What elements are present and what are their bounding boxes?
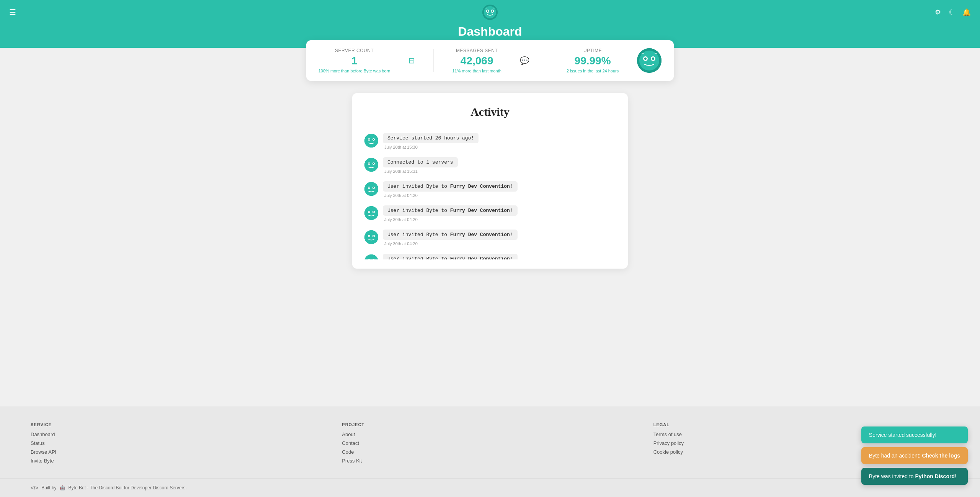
stat-uptime: Uptime 99.99% 2 issues in the last 24 ho… bbox=[567, 48, 619, 73]
activity-time: July 30th at 04:20 bbox=[383, 241, 518, 246]
activity-avatar bbox=[364, 158, 378, 172]
main-content: Server Count 1 100% more than before Byt… bbox=[0, 48, 980, 407]
settings-icon[interactable]: ⚙ bbox=[935, 8, 941, 16]
notification-icon[interactable]: 🔔 bbox=[962, 8, 971, 16]
footer-project-title: PROJECT bbox=[342, 422, 638, 427]
footer-link-browse-api[interactable]: Browse API bbox=[31, 449, 327, 455]
messages-icon: 💬 bbox=[520, 56, 529, 65]
toast-invited: Byte was invited to Python Discord! bbox=[861, 468, 968, 485]
stats-card: Server Count 1 100% more than before Byt… bbox=[306, 40, 674, 81]
activity-avatar bbox=[364, 254, 378, 259]
activity-item: User invited Byte to Furry Dev Conventio… bbox=[364, 177, 616, 202]
svg-point-30 bbox=[373, 187, 374, 189]
svg-point-31 bbox=[364, 206, 378, 220]
activity-time: July 30th at 04:20 bbox=[383, 193, 518, 198]
messages-sub: 11% more than last month bbox=[452, 69, 501, 73]
theme-toggle-icon[interactable]: ☾ bbox=[949, 8, 955, 16]
page-title: Dashboard bbox=[458, 25, 522, 39]
uptime-label: Uptime bbox=[583, 48, 602, 53]
topbar-right: ⚙ ☾ 🔔 bbox=[935, 8, 971, 16]
svg-point-16 bbox=[364, 134, 378, 148]
hamburger-menu-icon[interactable]: ☰ bbox=[9, 8, 16, 17]
activity-message: Connected to 1 servers bbox=[383, 157, 458, 167]
svg-rect-7 bbox=[493, 8, 495, 8]
server-count-sub: 100% more than before Byte was born bbox=[318, 69, 390, 73]
stat-messages: Messages Sent 42,069 11% more than last … bbox=[452, 48, 501, 73]
toast-container: Service started successfully! Byte had a… bbox=[861, 426, 968, 485]
svg-rect-15 bbox=[655, 53, 657, 54]
svg-point-29 bbox=[369, 187, 370, 189]
activity-title: Activity bbox=[364, 105, 616, 118]
svg-point-13 bbox=[652, 57, 654, 60]
svg-point-24 bbox=[369, 163, 370, 164]
messages-value: 42,069 bbox=[461, 55, 493, 67]
svg-point-20 bbox=[373, 139, 374, 140]
activity-content: Connected to 1 servers July 20th at 15:3… bbox=[383, 157, 458, 174]
stat-divider-1 bbox=[433, 49, 434, 72]
activity-content: User invited Byte to Furry Dev Conventio… bbox=[383, 205, 518, 222]
stat-divider-2 bbox=[548, 49, 548, 72]
footer-bottom: </> Built by 🤖 Byte Bot - The Discord Bo… bbox=[0, 478, 980, 497]
activity-message: User invited Byte to Furry Dev Conventio… bbox=[383, 254, 518, 259]
activity-item: User invited Byte to Furry Dev Conventio… bbox=[364, 202, 616, 226]
activity-avatar bbox=[364, 182, 378, 196]
svg-point-35 bbox=[373, 212, 374, 213]
svg-point-26 bbox=[364, 182, 378, 196]
svg-point-5 bbox=[492, 10, 493, 12]
footer-project: PROJECT About Contact Code Press Kit bbox=[342, 422, 638, 467]
activity-avatar bbox=[364, 134, 378, 148]
svg-point-39 bbox=[369, 236, 370, 237]
toast-accident: Byte had an accident: Check the logs bbox=[861, 447, 968, 464]
activity-content: User invited Byte to Furry Dev Conventio… bbox=[383, 230, 518, 246]
toast-service-started: Service started successfully! bbox=[861, 426, 968, 443]
activity-content: Service started 26 hours ago! July 20th … bbox=[383, 133, 479, 149]
activity-message: User invited Byte to Furry Dev Conventio… bbox=[383, 181, 518, 192]
footer-desc: Byte Bot - The Discord Bot for Developer… bbox=[69, 485, 187, 490]
stat-server-count: Server Count 1 100% more than before Byt… bbox=[318, 48, 390, 73]
activity-message: Service started 26 hours ago! bbox=[383, 133, 479, 143]
server-count-value: 1 bbox=[351, 55, 358, 67]
activity-avatar bbox=[364, 206, 378, 220]
server-count-label: Server Count bbox=[335, 48, 374, 53]
svg-point-4 bbox=[487, 10, 488, 12]
svg-point-41 bbox=[364, 254, 378, 259]
svg-point-21 bbox=[364, 158, 378, 172]
activity-list: Service started 26 hours ago! July 20th … bbox=[364, 129, 616, 259]
svg-point-40 bbox=[373, 236, 374, 237]
bot-avatar-large bbox=[637, 48, 662, 73]
uptime-value: 99.99% bbox=[575, 55, 611, 67]
uptime-sub: 2 issues in the last 24 hours bbox=[567, 69, 619, 73]
footer-service: SERVICE Dashboard Status Browse API Invi… bbox=[31, 422, 327, 467]
footer: SERVICE Dashboard Status Browse API Invi… bbox=[0, 407, 980, 478]
activity-item: User invited Byte to Furry Dev Conventio… bbox=[364, 250, 616, 259]
footer-built-by: Built by bbox=[41, 485, 56, 490]
server-count-icon: ⊟ bbox=[408, 56, 415, 65]
footer-link-about[interactable]: About bbox=[342, 431, 638, 437]
bot-avatar-small bbox=[482, 5, 498, 20]
activity-time: July 30th at 04:20 bbox=[383, 217, 518, 222]
svg-point-36 bbox=[364, 230, 378, 244]
activity-item: Service started 26 hours ago! July 20th … bbox=[364, 129, 616, 153]
activity-item: Connected to 1 servers July 20th at 15:3… bbox=[364, 153, 616, 177]
svg-rect-6 bbox=[485, 8, 487, 8]
footer-logo-bot-icon: 🤖 bbox=[60, 485, 65, 490]
footer-link-code[interactable]: Code bbox=[342, 449, 638, 455]
footer-link-invite-byte[interactable]: Invite Byte bbox=[31, 458, 327, 464]
toast-text-3: Byte was invited to Python Discord! bbox=[869, 473, 956, 479]
svg-point-12 bbox=[644, 57, 647, 60]
code-icon: </> bbox=[31, 485, 38, 491]
activity-avatar bbox=[364, 230, 378, 244]
svg-point-25 bbox=[373, 163, 374, 164]
activity-message: User invited Byte to Furry Dev Conventio… bbox=[383, 230, 518, 240]
topbar-center bbox=[482, 5, 498, 20]
footer-link-press-kit[interactable]: Press Kit bbox=[342, 458, 638, 464]
toast-text-2: Byte had an accident: Check the logs bbox=[869, 453, 960, 459]
footer-link-contact[interactable]: Contact bbox=[342, 440, 638, 446]
footer-link-dashboard[interactable]: Dashboard bbox=[31, 431, 327, 437]
svg-point-34 bbox=[369, 212, 370, 213]
toast-text-1: Service started successfully! bbox=[869, 432, 937, 438]
activity-item: User invited Byte to Furry Dev Conventio… bbox=[364, 226, 616, 250]
messages-label: Messages Sent bbox=[456, 48, 498, 53]
svg-rect-14 bbox=[642, 53, 644, 54]
footer-link-status[interactable]: Status bbox=[31, 440, 327, 446]
